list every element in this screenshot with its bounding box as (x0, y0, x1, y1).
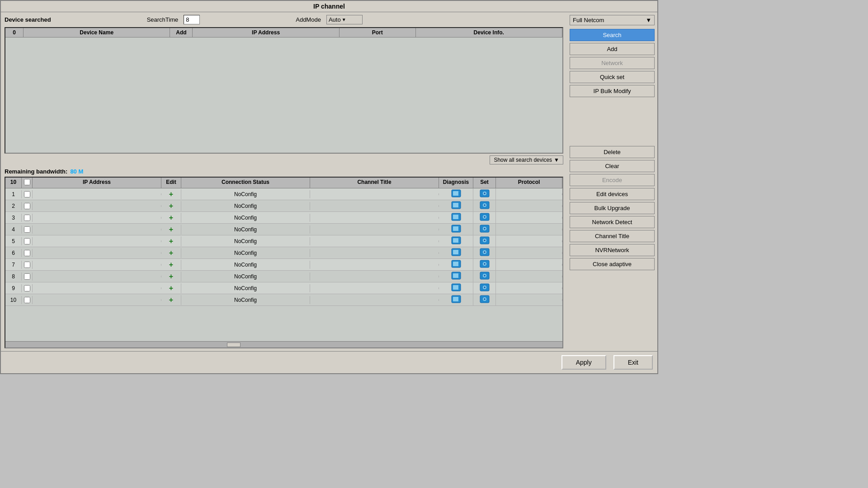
row-check-input[interactable] (24, 203, 30, 209)
encode-button[interactable]: Encode (570, 174, 655, 186)
network-button[interactable]: Network (570, 57, 655, 69)
row-checkbox[interactable] (22, 272, 33, 281)
row-num: 3 (5, 214, 22, 222)
lower-th-num: 10 (5, 178, 22, 188)
row-check-input[interactable] (24, 285, 30, 291)
show-all-dropdown[interactable]: Show all search devices ▼ (490, 155, 563, 164)
upper-th-info: Device Info. (416, 28, 562, 37)
row-check-input[interactable] (24, 273, 30, 280)
row-diagnosis[interactable] (439, 188, 473, 200)
top-controls: Device searched SearchTime AddMode Auto … (5, 15, 563, 24)
row-set[interactable] (473, 247, 496, 258)
row-protocol (496, 217, 562, 219)
lower-header-checkbox[interactable] (24, 179, 30, 185)
lower-th-proto: Protocol (496, 178, 562, 188)
row-diagnosis[interactable] (439, 294, 473, 305)
svg-rect-55 (453, 297, 459, 301)
row-checkbox[interactable] (22, 249, 33, 257)
ip-bulk-modify-button[interactable]: IP Bulk Modify (570, 85, 655, 97)
row-edit[interactable]: + (161, 248, 181, 258)
row-protocol (496, 193, 562, 195)
svg-point-35 (484, 251, 486, 253)
row-protocol (496, 205, 562, 207)
row-set[interactable] (473, 200, 496, 211)
row-checkbox[interactable] (22, 237, 33, 245)
row-checkbox[interactable] (22, 261, 33, 269)
row-check-input[interactable] (24, 297, 30, 303)
edit-devices-button[interactable]: Edit devices (570, 188, 655, 200)
apply-button[interactable]: Apply (561, 355, 606, 370)
netcom-dropdown[interactable]: Full Netcom ▼ (570, 15, 655, 25)
main-window: IP channel Device searched SearchTime Ad… (0, 0, 658, 374)
row-check-input[interactable] (24, 226, 30, 233)
table-row: 9 + NoConfig (5, 282, 562, 294)
row-check-input[interactable] (24, 262, 30, 268)
row-checkbox[interactable] (22, 190, 33, 198)
table-row: 5 + NoConfig (5, 235, 562, 247)
row-diagnosis[interactable] (439, 271, 473, 282)
row-edit[interactable]: + (161, 272, 181, 282)
row-check-input[interactable] (24, 250, 30, 256)
channel-title-button[interactable]: Channel Title (570, 230, 655, 242)
row-set[interactable] (473, 235, 496, 247)
bulk-upgrade-button[interactable]: Bulk Upgrade (570, 202, 655, 214)
svg-rect-25 (453, 238, 459, 243)
exit-button[interactable]: Exit (613, 355, 653, 370)
row-status: NoConfig (181, 214, 310, 222)
row-diagnosis[interactable] (439, 224, 473, 235)
row-diagnosis[interactable] (439, 200, 473, 211)
row-check-input[interactable] (24, 191, 30, 197)
row-status: NoConfig (181, 296, 310, 304)
row-diagnosis[interactable] (439, 235, 473, 247)
row-edit[interactable]: + (161, 225, 181, 235)
upper-th-0: 0 (5, 28, 24, 37)
row-set[interactable] (473, 271, 496, 282)
delete-button[interactable]: Delete (570, 146, 655, 158)
row-edit[interactable]: + (161, 236, 181, 246)
add-mode-dropdown[interactable]: Auto ▼ (326, 15, 363, 24)
row-checkbox[interactable] (22, 225, 33, 234)
row-checkbox[interactable] (22, 284, 33, 292)
row-set[interactable] (473, 224, 496, 235)
row-set[interactable] (473, 259, 496, 270)
row-diagnosis[interactable] (439, 259, 473, 270)
row-num: 6 (5, 249, 22, 257)
row-edit[interactable]: + (161, 213, 181, 223)
network-detect-button[interactable]: Network Detect (570, 216, 655, 228)
row-edit[interactable]: + (161, 189, 181, 199)
row-checkbox[interactable] (22, 296, 33, 304)
row-set[interactable] (473, 294, 496, 305)
row-edit[interactable]: + (161, 201, 181, 211)
search-time-input[interactable] (184, 15, 200, 24)
svg-point-47 (484, 275, 486, 277)
row-set[interactable] (473, 212, 496, 223)
row-checkbox[interactable] (22, 202, 33, 210)
row-check-input[interactable] (24, 215, 30, 221)
close-adaptive-button[interactable]: Close adaptive (570, 258, 655, 270)
row-checkbox[interactable] (22, 214, 33, 222)
row-check-input[interactable] (24, 238, 30, 244)
row-edit[interactable]: + (161, 260, 181, 270)
scroll-bar[interactable] (5, 341, 562, 347)
row-title (310, 229, 439, 230)
row-status: NoConfig (181, 190, 310, 198)
svg-rect-1 (453, 191, 459, 196)
row-ip (33, 287, 161, 289)
nvr-network-button[interactable]: NVRNetwork (570, 244, 655, 256)
row-set[interactable] (473, 282, 496, 294)
bandwidth-label: Remaining bandwidth: (5, 168, 67, 175)
row-edit[interactable]: + (161, 283, 181, 293)
netcom-arrow: ▼ (646, 17, 651, 23)
row-edit[interactable]: + (161, 295, 181, 305)
scroll-thumb[interactable] (227, 343, 241, 347)
row-set[interactable] (473, 188, 496, 200)
row-diagnosis[interactable] (439, 247, 473, 258)
clear-button[interactable]: Clear (570, 160, 655, 172)
search-button[interactable]: Search (570, 29, 655, 41)
svg-rect-19 (453, 226, 459, 231)
row-diagnosis[interactable] (439, 212, 473, 223)
window-title: IP channel (313, 3, 345, 10)
row-diagnosis[interactable] (439, 282, 473, 294)
quick-set-button[interactable]: Quick set (570, 71, 655, 83)
add-button[interactable]: Add (570, 43, 655, 55)
